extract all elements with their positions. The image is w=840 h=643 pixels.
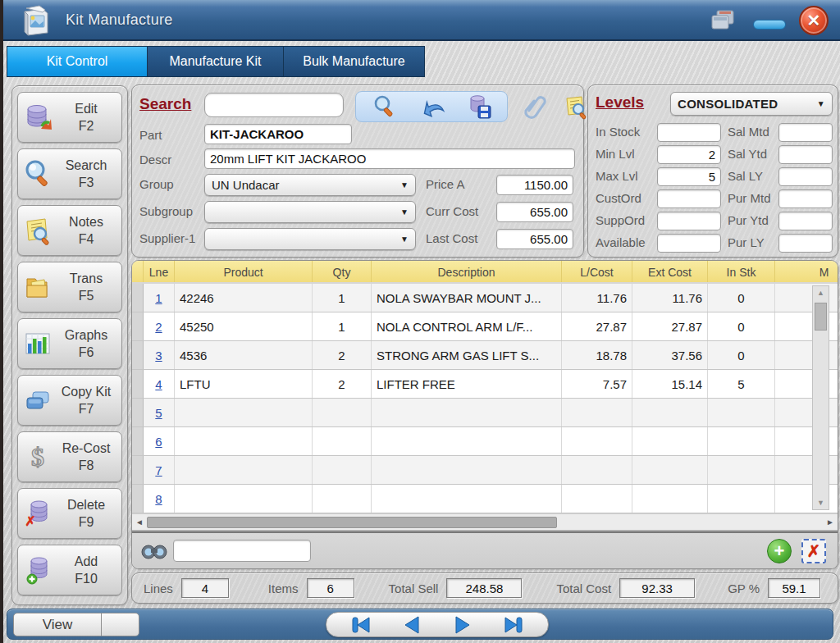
line-link[interactable]: 8 [155,492,162,506]
levels-input-suppord[interactable] [657,212,721,230]
copy-kit-button[interactable]: Copy Kit F7 [17,375,122,426]
col-header-ext-cost[interactable]: Ext Cost [632,261,708,284]
horizontal-scrollbar-thumb[interactable] [147,517,557,528]
table-row[interactable]: 7 [132,456,838,485]
part-form-panel: Search [131,84,584,258]
trans-button[interactable]: Trans F5 [17,262,122,312]
levels-input-max-lvl[interactable] [657,167,721,186]
col-header-lne[interactable]: Lne [144,261,175,284]
restore-window-button[interactable] [709,7,740,34]
price-a-input[interactable] [496,175,573,195]
levels-input-custord[interactable] [657,189,721,208]
line-link[interactable]: 6 [155,435,162,449]
first-record-button[interactable] [346,615,374,635]
scroll-up-icon[interactable]: ▲ [813,286,829,299]
view-button[interactable]: View [13,613,102,636]
col-header-lcost[interactable]: L/Cost [562,261,632,284]
levels-input-pur-ly[interactable] [778,234,833,253]
cell-product [175,485,313,513]
table-row[interactable]: 4 LFTU 2 LIFTER FREE 7.57 15.14 5 [132,370,838,399]
last-record-button[interactable] [500,615,528,635]
levels-input-sal-mtd[interactable] [778,123,833,142]
supplier-label: Supplier-1 [139,231,195,245]
cell-ext-cost: 37.56 [632,341,708,370]
line-link[interactable]: 5 [155,406,162,420]
cell-qty [313,399,372,427]
levels-input-available[interactable] [657,234,721,253]
recost-button-key: F8 [56,457,116,474]
col-header-qty[interactable]: Qty [313,261,372,284]
quickfind-input[interactable] [173,540,311,562]
tab-bulk-manufacture[interactable]: Bulk Manufacture [284,46,425,77]
line-link[interactable]: 4 [155,377,162,391]
part-input[interactable] [204,124,352,144]
tab-manufacture-kit[interactable]: Manufacture Kit [148,46,284,77]
horizontal-scrollbar[interactable]: ◄ ► [132,513,838,530]
table-row[interactable]: 6 [132,427,838,456]
group-dropdown[interactable]: UN Undacar [204,174,416,196]
scroll-right-icon[interactable]: ► [823,518,838,527]
table-row[interactable]: 2 45250 1 NOLA CONTROL ARM L/F... 27.87 … [132,312,838,341]
levels-input-min-lvl[interactable] [657,145,721,164]
delete-button[interactable]: ✗ Delete F9 [17,488,122,539]
levels-input-sal-ly[interactable] [778,167,833,186]
window-title: Kit Manufacture [66,11,173,29]
scroll-left-icon[interactable]: ◄ [132,518,147,527]
col-header-m[interactable]: M [775,261,838,284]
cell-description: NOLA CONTROL ARM L/F... [372,312,562,341]
delete-line-button[interactable]: ✗ [801,539,826,563]
part-label: Part [139,128,162,142]
minimize-button[interactable] [753,20,786,30]
previous-record-button[interactable] [398,615,426,635]
col-header-description[interactable]: Description [372,261,562,284]
row-gutter [132,485,144,513]
subgroup-dropdown[interactable] [204,201,416,223]
search-button[interactable]: Search F3 [17,148,122,199]
curr-cost-input[interactable] [496,202,573,222]
last-cost-input[interactable] [496,229,573,249]
vertical-scrollbar[interactable]: ▲ ▼ [812,285,829,510]
table-row[interactable]: 8 [132,485,838,513]
levels-input-sal-ytd[interactable] [778,145,833,164]
levels-label-min-lvl: Min Lvl [596,147,635,161]
recost-button[interactable]: $ Re-Cost F8 [17,431,122,482]
levels-input-pur-ytd[interactable] [778,212,833,230]
save-icon[interactable] [465,94,491,119]
add-line-button[interactable]: + [767,539,792,563]
levels-input-pur-mtd[interactable] [778,189,833,208]
doc-search-icon[interactable] [562,93,590,119]
descr-input[interactable] [204,148,575,169]
find-icon[interactable] [372,94,398,119]
graphs-button[interactable]: Graphs F6 [17,318,122,369]
binoculars-icon[interactable] [140,539,168,562]
cell-ext-cost [632,485,708,513]
vertical-scrollbar-thumb[interactable] [815,303,827,331]
next-record-button[interactable] [449,615,477,635]
line-link[interactable]: 1 [155,291,162,305]
close-button[interactable]: ✕ [799,6,829,35]
levels-input-in-stock[interactable] [657,123,721,142]
scroll-down-icon[interactable]: ▼ [813,496,829,509]
undo-icon[interactable] [418,94,445,119]
notes-button[interactable]: Notes F4 [17,205,122,256]
levels-row: Min LvlSal Ytd [588,145,838,164]
line-link[interactable]: 3 [155,349,162,363]
cell-ext-cost [632,399,708,427]
add-button[interactable]: Add F10 [17,545,122,595]
line-link[interactable]: 2 [155,320,162,334]
supplier-dropdown[interactable] [204,228,416,250]
table-row[interactable]: 1 42246 1 NOLA SWAYBAR MOUNT J... 11.76 … [132,284,838,312]
tab-kit-control[interactable]: Kit Control [7,46,148,77]
attachment-icon[interactable] [521,93,549,119]
levels-scope-dropdown[interactable]: CONSOLIDATED [670,92,833,116]
table-row[interactable]: 3 4536 2 STRONG ARM GAS LIFT S... 18.78 … [132,341,838,370]
cell-in-stk [708,427,775,456]
col-header-product[interactable]: Product [175,261,313,284]
search-input[interactable] [204,93,344,117]
line-link[interactable]: 7 [155,463,162,477]
cell-description: NOLA SWAYBAR MOUNT J... [372,284,562,312]
edit-button[interactable]: Edit F2 [17,92,122,143]
view-options-button[interactable] [102,613,139,636]
col-header-in-stk[interactable]: In Stk [708,261,775,284]
table-row[interactable]: 5 [132,399,838,427]
